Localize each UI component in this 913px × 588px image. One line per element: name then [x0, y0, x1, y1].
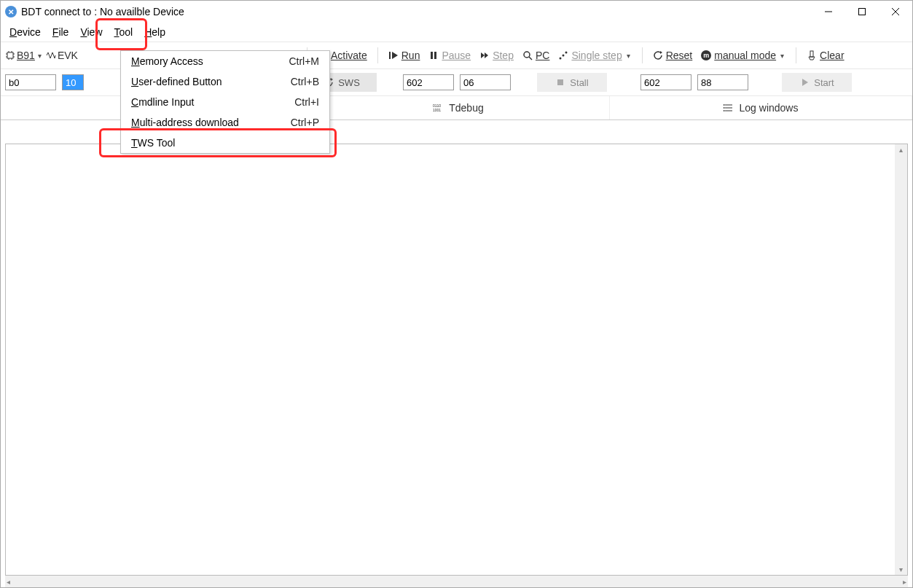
chip-caret-icon[interactable]: ▾ [36, 52, 43, 60]
evk-wave-icon [46, 50, 56, 60]
pause-button[interactable]: Pause [426, 48, 474, 63]
menu-item-cmdline-input[interactable]: Cmdline Input Ctrl+I [121, 92, 329, 112]
app-logo-icon: ✕ [5, 6, 17, 17]
count-input[interactable] [62, 74, 84, 90]
svg-rect-25 [810, 51, 813, 57]
svg-marker-14 [392, 52, 398, 59]
svg-rect-16 [434, 52, 436, 59]
minimize-button[interactable] [812, 1, 845, 23]
svg-text:1001: 1001 [433, 108, 441, 112]
svg-rect-13 [389, 52, 391, 59]
run-button[interactable]: Run [385, 48, 423, 63]
manual-mode-icon: m [701, 50, 711, 60]
stall-button[interactable]: Stall [537, 73, 607, 92]
tab-tdebug[interactable]: 01101001 Tdebug [307, 96, 610, 119]
run-icon [388, 50, 399, 60]
step-icon [479, 50, 490, 60]
scroll-left-icon[interactable]: ◂ [5, 576, 12, 587]
menu-item-user-defined-button[interactable]: User-defined Button Ctrl+B [121, 71, 329, 92]
svg-point-22 [563, 55, 565, 57]
manual-mode-button[interactable]: m manual mode ▾ [698, 48, 788, 63]
pc-button[interactable]: PC [520, 48, 552, 63]
menu-tool[interactable]: Tool [109, 24, 139, 40]
tab-log-windows[interactable]: Log windows [610, 96, 912, 119]
svg-marker-17 [481, 52, 485, 58]
titlebar: ✕ BDT connect to : No availble Device [1, 1, 912, 23]
svg-rect-27 [557, 79, 563, 85]
svg-point-19 [524, 52, 530, 58]
manual-mode-caret-icon[interactable]: ▾ [779, 52, 785, 60]
menu-device[interactable]: Device [4, 24, 47, 40]
pause-icon [428, 50, 439, 60]
svg-marker-18 [485, 52, 488, 58]
scroll-right-icon[interactable]: ▸ [901, 576, 908, 587]
svg-line-20 [529, 57, 532, 60]
pc-search-icon [522, 50, 533, 60]
single-step-button[interactable]: Single step ▾ [555, 48, 634, 63]
svg-marker-26 [331, 78, 333, 81]
horizontal-scrollbar[interactable]: ◂ ▸ [5, 576, 908, 587]
menu-view[interactable]: View [74, 24, 108, 40]
single-step-caret-icon[interactable]: ▾ [625, 52, 632, 60]
start-play-icon [799, 77, 810, 87]
start-button[interactable]: Start [782, 73, 852, 92]
field4-input[interactable] [697, 74, 748, 90]
step-button[interactable]: Step [477, 48, 517, 63]
svg-point-21 [560, 58, 562, 60]
close-button[interactable] [879, 1, 912, 23]
addr-input[interactable] [5, 74, 56, 90]
svg-point-34 [724, 104, 725, 106]
content-area: ▴ ▾ [5, 144, 908, 576]
evk-select[interactable]: EVK [58, 50, 78, 61]
svg-point-23 [565, 52, 568, 54]
svg-point-35 [724, 107, 725, 109]
tool-menu-dropdown: Memory Access Ctrl+M User-defined Button… [120, 50, 330, 154]
menu-item-tws-tool[interactable]: TWS Tool [121, 133, 329, 153]
reset-icon [653, 50, 663, 60]
menu-item-memory-access[interactable]: Memory Access Ctrl+M [121, 51, 329, 71]
svg-rect-4 [7, 52, 13, 58]
svg-rect-1 [859, 9, 866, 15]
menu-help[interactable]: Help [138, 24, 171, 40]
tdebug-icon: 01101001 [433, 103, 443, 113]
menubar: Device File View Tool Help [1, 23, 912, 42]
scroll-down-icon[interactable]: ▾ [898, 564, 904, 575]
window-title: BDT connect to : No availble Device [21, 6, 184, 17]
scroll-up-icon[interactable]: ▴ [898, 144, 904, 155]
svg-rect-15 [431, 52, 433, 59]
vertical-scrollbar[interactable]: ▴ ▾ [895, 144, 907, 575]
field1-input[interactable] [403, 74, 454, 90]
log-list-icon [724, 103, 734, 113]
field3-input[interactable] [640, 74, 691, 90]
clear-button[interactable]: Clear [804, 48, 847, 63]
svg-point-36 [724, 110, 725, 111]
menu-file[interactable]: File [47, 24, 75, 40]
maximize-button[interactable] [845, 1, 879, 23]
reset-button[interactable]: Reset [650, 48, 696, 63]
app-window: ✕ BDT connect to : No availble Device De… [0, 0, 913, 588]
chip-icon [5, 50, 15, 60]
chip-select[interactable]: B91 [17, 50, 35, 61]
svg-marker-28 [802, 79, 808, 86]
single-step-icon [558, 50, 568, 60]
field2-input[interactable] [460, 74, 511, 90]
svg-marker-24 [660, 51, 662, 54]
clear-icon [807, 50, 817, 60]
stall-stop-icon [555, 77, 565, 87]
menu-item-multi-address-download[interactable]: Multi-address download Ctrl+P [121, 112, 329, 133]
